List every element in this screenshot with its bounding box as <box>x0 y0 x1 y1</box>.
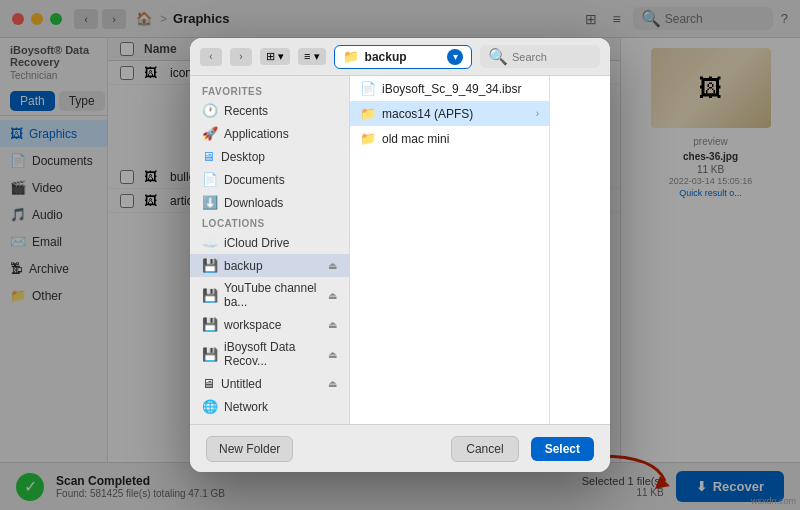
modal-item-label: YouTube channel ba... <box>224 281 322 309</box>
modal-item-label: iBoysoft Data Recov... <box>224 340 322 368</box>
folder-icon: 📁 <box>360 106 376 121</box>
iboysoft-icon: 💾 <box>202 347 218 362</box>
modal-footer: New Folder Cancel Select <box>190 424 610 472</box>
modal-search-bar[interactable]: 🔍 <box>480 45 600 68</box>
app-window: ‹ › 🏠 > Graphics ⊞ ≡ 🔍 ? iBoysoft® Data … <box>0 0 800 510</box>
modal-file-browser: 📄 iBoysoft_Sc_9_49_34.ibsr 📁 macos14 (AP… <box>350 76 610 424</box>
modal-item-label: backup <box>224 259 263 273</box>
modal-list-toggle[interactable]: ≡ ▾ <box>298 48 325 65</box>
folder-icon-2: 📁 <box>360 131 376 146</box>
eject-icon-yt[interactable]: ⏏ <box>328 290 337 301</box>
modal-back-button[interactable]: ‹ <box>200 48 222 66</box>
chevron-right-icon: › <box>536 108 539 119</box>
modal-item-label: Desktop <box>221 150 265 164</box>
network-icon: 🌐 <box>202 399 218 414</box>
modal-view-toggle[interactable]: ⊞ ▾ <box>260 48 290 65</box>
modal-sidebar-item-documents-fav[interactable]: 📄 Documents <box>190 168 349 191</box>
modal-sidebar-item-workspace[interactable]: 💾 workspace ⏏ <box>190 313 349 336</box>
file-icon: 📄 <box>360 81 376 96</box>
modal-item-label: Untitled <box>221 377 262 391</box>
backup-icon: 💾 <box>202 258 218 273</box>
modal-sidebar-item-backup[interactable]: 💾 backup ⏏ <box>190 254 349 277</box>
modal-location-bar[interactable]: 📁 backup ▾ <box>334 45 472 69</box>
location-folder-icon: 📁 <box>343 49 359 64</box>
modal-item-label: Recents <box>224 104 268 118</box>
eject-icon-ut[interactable]: ⏏ <box>328 378 337 389</box>
locations-section-label: Locations <box>190 214 349 231</box>
modal-item-label: Documents <box>224 173 285 187</box>
modal-empty-column <box>550 76 610 424</box>
modal-overlay[interactable]: ‹ › ⊞ ▾ ≡ ▾ 📁 backup ▾ 🔍 Favorites <box>0 0 800 510</box>
desktop-icon: 🖥 <box>202 149 215 164</box>
eject-icon-ws[interactable]: ⏏ <box>328 319 337 330</box>
modal-item-label: workspace <box>224 318 281 332</box>
modal-filename: macos14 (APFS) <box>382 107 530 121</box>
icloud-icon: ☁️ <box>202 235 218 250</box>
modal-filename: old mac mini <box>382 132 539 146</box>
modal-sidebar: Favorites 🕐 Recents 🚀 Applications 🖥 Des… <box>190 76 350 424</box>
modal-select-button[interactable]: Select <box>531 437 594 461</box>
recents-icon: 🕐 <box>202 103 218 118</box>
youtube-drive-icon: 💾 <box>202 288 218 303</box>
modal-sidebar-item-network[interactable]: 🌐 Network <box>190 395 349 418</box>
modal-sidebar-item-youtube[interactable]: 💾 YouTube channel ba... ⏏ <box>190 277 349 313</box>
modal-dialog: ‹ › ⊞ ▾ ≡ ▾ 📁 backup ▾ 🔍 Favorites <box>190 38 610 472</box>
modal-item-label: Downloads <box>224 196 283 210</box>
new-folder-button[interactable]: New Folder <box>206 436 293 462</box>
modal-item-label: Applications <box>224 127 289 141</box>
untitled-icon: 🖥 <box>202 376 215 391</box>
eject-icon-ib[interactable]: ⏏ <box>328 349 337 360</box>
modal-item-label: Network <box>224 400 268 414</box>
modal-sidebar-item-desktop[interactable]: 🖥 Desktop <box>190 145 349 168</box>
modal-file-row[interactable]: 📁 old mac mini <box>350 126 549 151</box>
favorites-section-label: Favorites <box>190 82 349 99</box>
modal-body: Favorites 🕐 Recents 🚀 Applications 🖥 Des… <box>190 76 610 424</box>
downloads-icon: ⬇️ <box>202 195 218 210</box>
modal-search-icon: 🔍 <box>488 47 508 66</box>
modal-file-row[interactable]: 📄 iBoysoft_Sc_9_49_34.ibsr <box>350 76 549 101</box>
modal-location-text: backup <box>365 50 441 64</box>
modal-file-column: 📄 iBoysoft_Sc_9_49_34.ibsr 📁 macos14 (AP… <box>350 76 550 424</box>
modal-sidebar-item-applications[interactable]: 🚀 Applications <box>190 122 349 145</box>
documents-fav-icon: 📄 <box>202 172 218 187</box>
modal-file-row[interactable]: 📁 macos14 (APFS) › <box>350 101 549 126</box>
modal-sidebar-item-icloud[interactable]: ☁️ iCloud Drive <box>190 231 349 254</box>
modal-item-label: iCloud Drive <box>224 236 289 250</box>
applications-icon: 🚀 <box>202 126 218 141</box>
modal-sidebar-item-recents[interactable]: 🕐 Recents <box>190 99 349 122</box>
modal-sidebar-item-untitled[interactable]: 🖥 Untitled ⏏ <box>190 372 349 395</box>
modal-cancel-button[interactable]: Cancel <box>451 436 518 462</box>
modal-sidebar-item-downloads[interactable]: ⬇️ Downloads <box>190 191 349 214</box>
modal-toolbar: ‹ › ⊞ ▾ ≡ ▾ 📁 backup ▾ 🔍 <box>190 38 610 76</box>
modal-filename: iBoysoft_Sc_9_49_34.ibsr <box>382 82 539 96</box>
eject-icon[interactable]: ⏏ <box>328 260 337 271</box>
modal-location-arrow[interactable]: ▾ <box>447 49 463 65</box>
modal-forward-button[interactable]: › <box>230 48 252 66</box>
workspace-icon: 💾 <box>202 317 218 332</box>
modal-sidebar-item-iboysoft[interactable]: 💾 iBoysoft Data Recov... ⏏ <box>190 336 349 372</box>
modal-search-input[interactable] <box>512 51 592 63</box>
